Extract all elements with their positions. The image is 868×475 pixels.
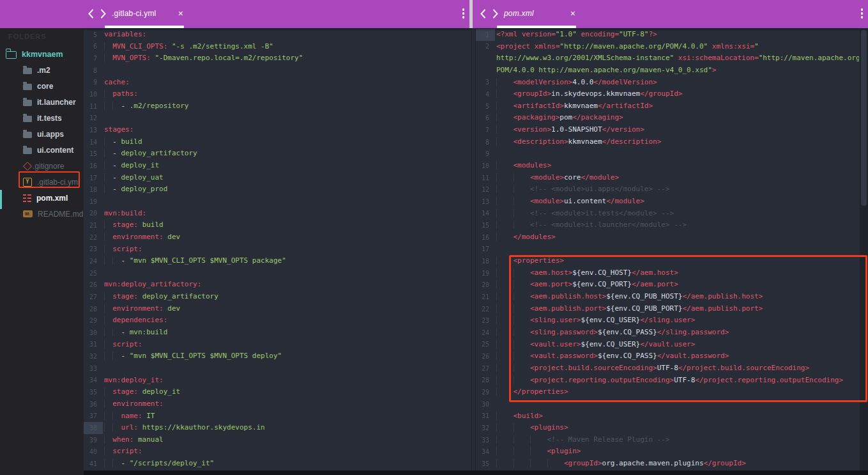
code-line[interactable]: 40 script:: [84, 446, 471, 458]
line-number: 22: [476, 303, 495, 315]
line-number: 21: [476, 291, 495, 303]
code-line[interactable]: 12 <!-- <module>ui.apps</module> -->: [476, 183, 859, 196]
code-line[interactable]: 16 - deploy_it: [84, 160, 471, 172]
code-line[interactable]: 23 script:: [84, 244, 471, 256]
code-line[interactable]: 14 <!-- <module>it.tests</module> -->: [476, 208, 859, 220]
code-line[interactable]: 13 <module>ui.content</module>: [476, 196, 859, 208]
code-line[interactable]: 4 <groupId>in.skydevops.kkmvnaem</groupI…: [476, 88, 859, 100]
code-line[interactable]: 41 - "/scripts/deploy_it": [84, 458, 471, 470]
code-line[interactable]: 21 stage: build: [84, 219, 471, 231]
code-line[interactable]: 25: [84, 267, 471, 279]
code-line[interactable]: 37 name: IT: [84, 410, 471, 423]
sidebar-item-ui-apps[interactable]: ui.apps: [0, 126, 84, 142]
line-number: 8: [476, 136, 495, 148]
code-line[interactable]: 28 environment: dev: [84, 303, 471, 315]
code-line[interactable]: 22 environment: dev: [84, 231, 471, 244]
scrollbar[interactable]: [860, 28, 868, 475]
close-icon[interactable]: ×: [570, 8, 575, 19]
tab-pom-xml[interactable]: pom.xml ×: [496, 0, 579, 28]
code-line[interactable]: 27 stage: deploy_artifactory: [84, 291, 471, 303]
line-number: 17: [476, 244, 495, 256]
code-line[interactable]: 13stages:: [84, 124, 471, 136]
code-line[interactable]: 34 <plugin>: [476, 446, 859, 458]
overflow-menu-icon[interactable]: [861, 8, 864, 19]
line-number: 24: [84, 255, 103, 267]
code-line[interactable]: 31 script:: [84, 339, 471, 351]
sidebar-item-m2[interactable]: .m2: [0, 62, 84, 78]
code-line[interactable]: 11 <module>core</module>: [476, 172, 859, 184]
code-line[interactable]: 15 <!-- <module>it.launcher</module> -->: [476, 219, 859, 231]
sidebar-item-kkmvnaem[interactable]: kkmvnaem: [0, 46, 84, 62]
code-text: stages:: [104, 124, 471, 136]
code-line[interactable]: 8: [84, 65, 471, 77]
code-line[interactable]: 1<?xml version="1.0" encoding="UTF-8"?>: [476, 29, 859, 41]
sidebar-item-readme-md[interactable]: M↓README.md: [0, 206, 84, 222]
code-text: <modules>: [496, 160, 859, 172]
code-line[interactable]: 17: [476, 244, 859, 256]
code-line[interactable]: 17 - deploy_uat: [84, 172, 471, 184]
code-line[interactable]: 32 - "mvn $MVN_CLI_OPTS $MVN_OPTS deploy…: [84, 350, 471, 362]
line-number: 2: [476, 41, 495, 53]
code-line[interactable]: 26mvn:deploy_artifactory:: [84, 279, 471, 291]
code-line[interactable]: 3 <modelVersion>4.0.0</modelVersion>: [476, 77, 859, 89]
line-number: 32: [476, 422, 495, 434]
tab-gitlab-ci-yml[interactable]: .gitlab-ci.yml ×: [104, 0, 187, 28]
code-line[interactable]: 12: [84, 112, 471, 124]
code-line[interactable]: http://www.w3.org/2001/XMLSchema-instanc…: [476, 52, 859, 65]
code-line[interactable]: 8 <description>kkmvnaem</description>: [476, 136, 859, 148]
editor-pom-xml[interactable]: 1<?xml version="1.0" encoding="UTF-8"?>2…: [476, 28, 859, 475]
code-line[interactable]: 9cache:: [84, 77, 471, 89]
code-text: <!-- <module>it.launcher</module> -->: [496, 219, 859, 231]
code-line[interactable]: 24 - "mvn $MVN_CLI_OPTS $MVN_OPTS packag…: [84, 255, 471, 267]
code-line[interactable]: 7 MVN_OPTS: "-Dmaven.repo.local=.m2/repo…: [84, 52, 471, 65]
close-icon[interactable]: ×: [178, 8, 183, 19]
code-line[interactable]: 10 paths:: [84, 88, 471, 100]
line-number: 13: [84, 124, 103, 136]
code-line[interactable]: 6 <packaging>pom</packaging>: [476, 112, 859, 124]
editor-gitlab-ci-yml[interactable]: 5variables:6 MVN_CLI_OPTS: "-s .m2/setti…: [84, 28, 471, 475]
code-line[interactable]: 36 environment:: [84, 398, 471, 410]
sidebar-item-core[interactable]: core: [0, 78, 84, 94]
code-line[interactable]: 33: [84, 362, 471, 375]
code-line[interactable]: 30 - mvn:build: [84, 327, 471, 339]
back-icon[interactable]: [88, 9, 95, 19]
code-line[interactable]: 35 <groupId>org.apache.maven.plugins</gr…: [476, 458, 859, 470]
editor-splitter[interactable]: [471, 28, 476, 475]
line-number: 1: [476, 29, 495, 41]
code-line[interactable]: 35 stage: deploy_it: [84, 386, 471, 398]
code-line[interactable]: 20mvn:build:: [84, 208, 471, 220]
code-line[interactable]: 6 MVN_CLI_OPTS: "-s .m2/settings.xml -B": [84, 41, 471, 53]
sidebar-item-it-tests[interactable]: it.tests: [0, 110, 84, 126]
code-line[interactable]: 32 <plugins>: [476, 422, 859, 434]
sidebar-item-pom-xml[interactable]: pom.xml: [0, 190, 84, 206]
code-line[interactable]: 15 - deploy_artifactory: [84, 148, 471, 160]
code-line[interactable]: 18 - deploy_prod: [84, 183, 471, 196]
code-line[interactable]: 2<project xmlns="http://maven.apache.org…: [476, 41, 859, 53]
code-line[interactable]: 31 <build>: [476, 410, 859, 423]
code-line[interactable]: 9: [476, 148, 859, 160]
code-line[interactable]: POM/4.0.0 http://maven.apache.org/maven-…: [476, 65, 859, 77]
code-line[interactable]: 10 <modules>: [476, 160, 859, 172]
code-line[interactable]: 19: [84, 196, 471, 208]
sidebar-item-ui-content[interactable]: ui.content: [0, 142, 84, 158]
code-line[interactable]: 29 dependencies:: [84, 315, 471, 327]
sidebar-item-it-launcher[interactable]: it.launcher: [0, 94, 84, 110]
overflow-menu-icon[interactable]: [462, 8, 465, 19]
back-icon[interactable]: [480, 9, 487, 19]
scrollbar-thumb[interactable]: [861, 30, 867, 206]
code-line[interactable]: 38 url: https://kkauthor.skydevops.in: [84, 422, 471, 434]
line-number: 31: [84, 339, 103, 351]
code-line[interactable]: 39 when: manual: [84, 434, 471, 446]
code-line[interactable]: 7 <version>1.0-SNAPSHOT</version>: [476, 124, 859, 136]
code-line[interactable]: 11 - .m2/repository: [84, 100, 471, 113]
code-line[interactable]: 14 - build: [84, 136, 471, 148]
code-line[interactable]: 33 <!-- Maven Release Plugin -->: [476, 434, 859, 446]
code-line[interactable]: 16 </modules>: [476, 231, 859, 244]
code-line[interactable]: 5 <artifactId>kkmvnaem</artifactId>: [476, 100, 859, 113]
code-text: script:: [104, 244, 471, 256]
line-number: 23: [84, 244, 103, 256]
code-line[interactable]: 5variables:: [84, 29, 471, 41]
code-line[interactable]: 34mvn:deploy_it:: [84, 375, 471, 387]
pane-splitter-handle[interactable]: [469, 0, 473, 28]
line-number: 39: [84, 434, 103, 446]
